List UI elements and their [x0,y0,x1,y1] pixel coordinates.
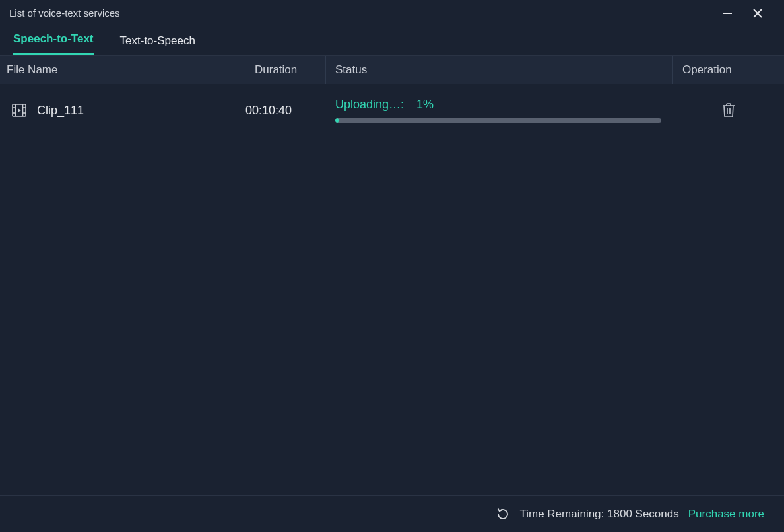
status-label: Uploading…: 1% [335,98,673,112]
column-header-status: Status [326,56,673,84]
cell-filename: Clip_111 [0,104,245,117]
table-header: File Name Duration Status Operation [0,55,784,84]
cell-duration: 00:10:40 [245,104,326,117]
tabs: Speech-to-Text Text-to-Speech [0,26,784,55]
window-title: List of voice-text services [9,7,721,18]
minimize-button[interactable] [721,7,734,20]
trash-icon [721,102,736,118]
refresh-button[interactable] [496,507,510,521]
progress-bar [335,118,661,123]
table-row: Clip_111 00:10:40 Uploading…: 1% [0,84,784,136]
status-text: Uploading…: [335,98,404,111]
close-button[interactable] [751,7,764,20]
tab-speech-to-text[interactable]: Speech-to-Text [13,26,94,55]
time-remaining-text: Time Remaining: 1800 Seconds [519,508,678,521]
column-header-filename: File Name [0,56,245,84]
column-header-operation: Operation [673,56,784,84]
status-percent: 1% [416,98,434,111]
filename-text: Clip_111 [37,104,84,117]
video-clip-icon [12,104,26,117]
purchase-more-link[interactable]: Purchase more [688,508,764,521]
delete-button[interactable] [721,102,736,118]
refresh-icon [496,507,510,521]
window-controls [721,7,764,20]
progress-fill [335,118,339,123]
titlebar: List of voice-text services [0,0,784,26]
tab-text-to-speech[interactable]: Text-to-Speech [120,28,195,55]
cell-status: Uploading…: 1% [326,98,673,123]
cell-operation [673,102,784,118]
footer: Time Remaining: 1800 Seconds Purchase mo… [0,495,784,532]
column-header-duration: Duration [245,56,326,84]
table-body: Clip_111 00:10:40 Uploading…: 1% [0,84,784,495]
